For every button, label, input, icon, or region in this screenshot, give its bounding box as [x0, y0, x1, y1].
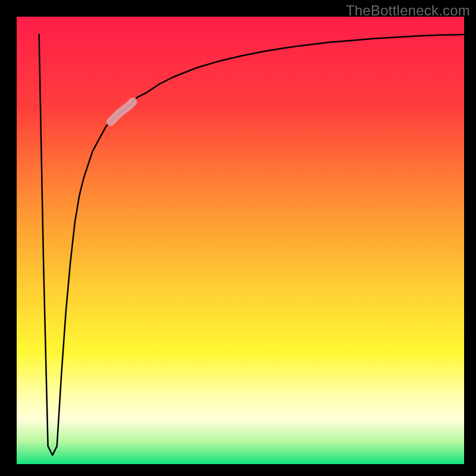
watermark-label: TheBottleneck.com: [346, 2, 470, 19]
chart-container: TheBottleneck.com: [0, 0, 476, 476]
chart-plot-area: [17, 17, 464, 464]
chart-svg: [0, 0, 476, 476]
